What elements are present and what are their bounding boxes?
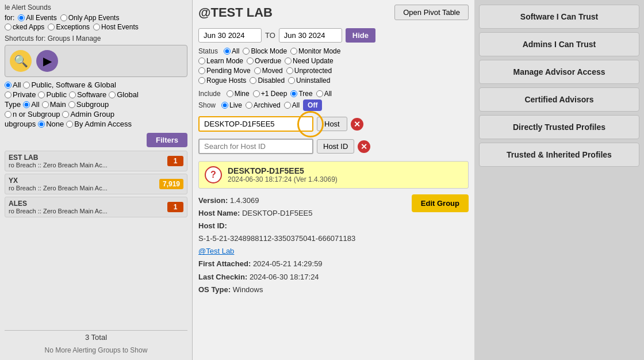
group-item-estlab[interactable]: EST LAB ro Breach :: Zero Breach Main Ac… — [5, 151, 187, 171]
date-to-input[interactable] — [279, 28, 342, 43]
host-search-input[interactable] — [198, 116, 313, 132]
result-info: DESKTOP-D1F5EE5 2024-06-30 18:17:24 (Ver… — [228, 166, 338, 183]
status-block-option[interactable]: Block Mode — [243, 47, 287, 55]
group-item-yx[interactable]: YX ro Breach :: Zero Breach Main Ac... 7… — [5, 174, 187, 194]
inc-mine-option[interactable]: Mine — [227, 90, 250, 98]
total-row: 3 Total — [5, 330, 187, 344]
total-label: 3 Total — [85, 333, 107, 342]
group-badge-ales: 1 — [167, 202, 183, 212]
filter-pubsoftglobal-option[interactable]: Public, Software & Global — [23, 81, 116, 89]
filter-software-option[interactable]: Software — [69, 90, 106, 99]
group-link-row: @Test Lab — [198, 245, 469, 258]
only-app-option[interactable]: Only App Events — [60, 14, 120, 22]
type-main-option[interactable]: Main — [42, 100, 66, 109]
inc-all-option[interactable]: All — [316, 90, 332, 98]
status-label: Status — [198, 47, 218, 55]
result-card: ? DESKTOP-D1F5EE5 2024-06-30 18:17:24 (V… — [198, 161, 469, 189]
group-link[interactable]: @Test Lab — [198, 247, 234, 255]
status-row-4: Rogue Hosts Disabled Uninstalled — [198, 76, 469, 85]
status-overdue-option[interactable]: Overdue — [247, 57, 281, 65]
admins-trust-button[interactable]: Admins I Can Trust — [479, 32, 639, 56]
status-rogue-option[interactable]: Rogue Hosts — [198, 76, 246, 85]
group-item-ales[interactable]: ALES ro Breach :: Zero Breach Main Ac...… — [5, 197, 187, 217]
search-icon[interactable]: 🔍 — [10, 50, 32, 72]
host-events-option[interactable]: Host Events — [93, 23, 139, 31]
no-more-label: No More Alerting Groups to Show — [5, 344, 187, 357]
show-live-option[interactable]: Live — [221, 101, 242, 109]
status-section: Status All Block Mode Monitor Mode Learn… — [198, 47, 469, 86]
exceptions-option[interactable]: Exceptions — [48, 23, 90, 31]
last-checkin-row: Last Checkin: 2024-06-30 18:17:24 — [198, 271, 469, 284]
sub-by-admin-option[interactable]: By Admin Access — [66, 120, 132, 128]
sub-none-option[interactable]: None — [38, 120, 64, 128]
inc-1deep-option[interactable]: +1 Deep — [253, 90, 288, 98]
cked-apps-option[interactable]: cked Apps — [5, 23, 44, 31]
host-input-wrapper — [198, 116, 313, 132]
status-monitor-option[interactable]: Monitor Mode — [290, 47, 340, 55]
result-name: DESKTOP-D1F5EE5 — [228, 166, 338, 175]
trusted-inherited-button[interactable]: Trusted & Inherited Profiles — [479, 143, 639, 167]
status-learn-option[interactable]: Learn Mode — [198, 57, 243, 65]
filter-row-2: Private Public Software Global — [5, 90, 187, 99]
shortcuts-box: 🔍 ▶ — [5, 45, 187, 77]
result-date: 2024-06-30 18:17:24 (Ver 1.4.3069) — [228, 175, 338, 183]
host-id-clear-button[interactable]: ✕ — [358, 140, 370, 153]
all-events-option[interactable]: All Events — [18, 14, 56, 22]
edit-group-button[interactable]: Edit Group — [412, 194, 469, 212]
to-label: TO — [265, 31, 275, 40]
inc-tree-option[interactable]: Tree — [290, 90, 312, 98]
show-all-option[interactable]: All — [284, 101, 300, 109]
status-uninstalled-option[interactable]: Uninstalled — [288, 76, 330, 85]
host-button[interactable]: Host — [317, 117, 347, 131]
filter-private-option[interactable]: Private — [5, 90, 36, 99]
left-panel: le Alert Sounds for: All Events Only App… — [0, 0, 193, 360]
host-id-row: Host ID ✕ — [198, 139, 469, 154]
filter-public-option[interactable]: Public — [38, 90, 66, 99]
hide-button[interactable]: Hide — [346, 28, 375, 43]
pivot-button[interactable]: Open Pivot Table — [394, 5, 469, 20]
certified-advisors-button[interactable]: Certified Advisors — [479, 87, 639, 112]
date-from-input[interactable] — [198, 28, 262, 43]
date-row: TO Hide — [198, 28, 469, 43]
software-trust-button[interactable]: Software I Can Trust — [479, 5, 639, 29]
host-details: Edit Group Version: 1.4.3069 Host Name: … — [198, 194, 469, 296]
status-disabled-option[interactable]: Disabled — [250, 76, 285, 85]
show-row: Show Live Archived All Off — [198, 99, 469, 111]
status-need-update-option[interactable]: Need Update — [285, 57, 334, 65]
status-moved-option[interactable]: Moved — [254, 67, 283, 75]
manage-advisor-button[interactable]: Manage Advisor Access — [479, 60, 639, 84]
filter-all-option[interactable]: All — [5, 81, 21, 89]
first-attached-row: First Attached: 2024-05-21 14:29:59 — [198, 258, 469, 270]
play-icon[interactable]: ▶ — [36, 50, 58, 72]
type-label: Type — [5, 100, 21, 109]
host-search-row: Host ✕ — [198, 116, 469, 132]
admin-group-option[interactable]: Admin Group — [62, 110, 114, 118]
group-name-ales: ALES — [9, 200, 108, 208]
os-row: OS Type: Windows — [198, 284, 469, 296]
group-badge-yx: 7,919 — [159, 179, 183, 189]
show-archived-option[interactable]: Archived — [246, 101, 281, 109]
type-all-option[interactable]: All — [23, 100, 39, 109]
subgroups-label: ubgroups — [5, 120, 36, 128]
show-label: Show — [198, 101, 216, 109]
filter-global-option[interactable]: Global — [109, 90, 139, 99]
directly-trusted-button[interactable]: Directly Trusted Profiles — [479, 115, 639, 139]
status-all-option[interactable]: All — [224, 47, 239, 55]
filters-button[interactable]: Filters — [147, 133, 187, 147]
toggle-off-button[interactable]: Off — [303, 99, 322, 111]
group-sub-ales: ro Breach :: Zero Breach Main Ac... — [9, 208, 108, 215]
status-unprotected-option[interactable]: Unprotected — [286, 67, 332, 75]
host-clear-button[interactable]: ✕ — [351, 118, 363, 131]
groups-list: EST LAB ro Breach :: Zero Breach Main Ac… — [5, 151, 187, 328]
right-panel: Software I Can Trust Admins I Can Trust … — [474, 0, 644, 360]
group-sub-yx: ro Breach :: Zero Breach Main Ac... — [9, 185, 108, 192]
host-id-input[interactable] — [198, 139, 313, 154]
host-id-button[interactable]: Host ID — [317, 139, 354, 154]
middle-panel: @TEST LAB Open Pivot Table TO Hide Statu… — [193, 0, 474, 360]
status-pending-option[interactable]: Pending Move — [198, 67, 251, 75]
result-icon: ? — [205, 166, 222, 183]
type-subgroup-option[interactable]: Subgroup — [68, 100, 109, 109]
or-subgroup-option[interactable]: n or Subgroup — [5, 110, 60, 118]
alert-sounds-label: le Alert Sounds — [5, 3, 187, 12]
filter-subgroup-row: n or Subgroup Admin Group — [5, 110, 187, 118]
